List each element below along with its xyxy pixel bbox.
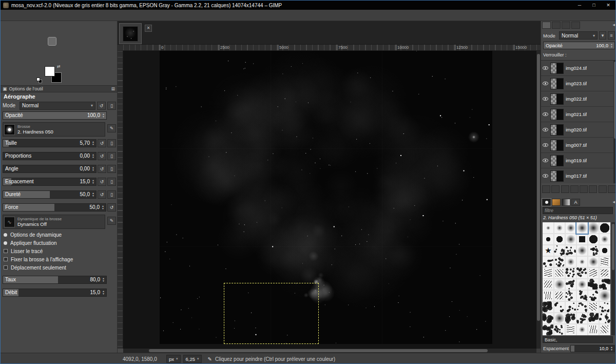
layer-btn-anchor-layer[interactable] bbox=[599, 185, 607, 193]
canvas-viewport[interactable] bbox=[123, 51, 536, 349]
tool-flip[interactable] bbox=[2, 37, 10, 45]
spacing-slider[interactable]: 10,0 bbox=[570, 345, 615, 352]
slider-spinner[interactable] bbox=[91, 152, 95, 160]
vertical-scrollbar[interactable] bbox=[536, 51, 541, 349]
tool-scale[interactable] bbox=[87, 30, 94, 37]
brush-thumbnail[interactable] bbox=[554, 301, 565, 313]
layer-visibility-icon[interactable] bbox=[543, 112, 548, 116]
tool-crop[interactable] bbox=[64, 30, 71, 37]
zoom-dropdown[interactable]: 6,25 bbox=[183, 355, 202, 363]
brush-thumbnail[interactable] bbox=[543, 267, 554, 279]
reset-button[interactable]: ↺ bbox=[107, 203, 116, 212]
tool-clone[interactable] bbox=[25, 30, 33, 37]
link-to-brush-button[interactable]: ▯ bbox=[107, 190, 116, 199]
horizontal-scroll-thumb[interactable] bbox=[149, 349, 488, 352]
layer-menu-button[interactable]: ≡ bbox=[608, 31, 615, 40]
toggle-marker-icon[interactable] bbox=[4, 241, 7, 245]
spacing-spinner[interactable] bbox=[609, 346, 614, 352]
legacy-modes-button[interactable]: ▾ bbox=[599, 31, 606, 40]
slider-spinner[interactable] bbox=[91, 165, 95, 173]
default-colors-icon[interactable] bbox=[36, 78, 40, 81]
image-canvas[interactable] bbox=[160, 51, 492, 344]
menu-calque[interactable] bbox=[38, 14, 45, 17]
tool-airbrush[interactable] bbox=[48, 37, 56, 45]
brush-thumbnail[interactable] bbox=[576, 234, 588, 245]
menu-outils[interactable] bbox=[52, 14, 60, 17]
layer-visibility-icon[interactable] bbox=[543, 66, 548, 70]
toggle-marker-icon[interactable] bbox=[4, 249, 8, 253]
layer-row[interactable]: img021.tif bbox=[541, 107, 613, 122]
brush-thumbnail[interactable] bbox=[576, 267, 588, 279]
tool-color-picker[interactable] bbox=[33, 37, 41, 45]
option-slider[interactable]: Taille 5,70 bbox=[3, 139, 97, 147]
menu-filtres[interactable] bbox=[60, 14, 67, 17]
tool-smudge[interactable] bbox=[48, 30, 56, 37]
brush-thumbnail[interactable] bbox=[554, 324, 565, 335]
mode-switch-button[interactable]: ▯ bbox=[107, 102, 116, 110]
toggle-row[interactable]: Fixer la brosse à l'affichage bbox=[4, 255, 116, 263]
flow-slider[interactable]: Débit 15,0 bbox=[3, 289, 107, 297]
toggle-row[interactable]: Lisser le tracé bbox=[4, 247, 116, 255]
brush-thumbnail[interactable] bbox=[576, 245, 588, 256]
tool-perspective[interactable] bbox=[102, 30, 110, 37]
brush-selector[interactable]: Brosse 2. Hardness 050 bbox=[3, 122, 105, 137]
brushes-configure-icon[interactable]: ◂ bbox=[612, 199, 615, 204]
brush-thumbnail[interactable] bbox=[588, 313, 599, 324]
brush-thumbnail[interactable]: ★ bbox=[543, 245, 554, 256]
brush-thumbnail[interactable] bbox=[543, 222, 554, 234]
brush-thumbnail[interactable] bbox=[554, 313, 565, 324]
brush-thumbnail[interactable] bbox=[588, 290, 599, 301]
menu-aide[interactable] bbox=[81, 14, 88, 17]
menu-couleurs[interactable] bbox=[45, 14, 52, 17]
link-to-brush-button[interactable]: ▯ bbox=[107, 165, 116, 173]
menu-fichier[interactable] bbox=[2, 14, 9, 17]
slider-spinner[interactable] bbox=[101, 204, 105, 211]
brush-thumbnail[interactable] bbox=[554, 256, 565, 267]
brush-thumbnail[interactable] bbox=[565, 245, 576, 256]
tool-rotate[interactable] bbox=[79, 30, 87, 37]
tool-shear[interactable] bbox=[94, 30, 102, 37]
link-to-brush-button[interactable]: ▯ bbox=[107, 152, 116, 160]
opacity-slider[interactable]: Opacité 100,0 bbox=[3, 111, 107, 120]
brush-thumbnail[interactable] bbox=[576, 279, 588, 290]
mode-dropdown[interactable]: Normal bbox=[20, 102, 95, 110]
brush-scroll-thumb[interactable] bbox=[612, 224, 614, 270]
brush-thumbnail[interactable] bbox=[588, 267, 599, 279]
flow-spinner[interactable] bbox=[101, 289, 106, 296]
brush-thumbnail[interactable] bbox=[565, 267, 576, 279]
brush-thumbnail[interactable] bbox=[554, 290, 565, 301]
brush-thumbnail[interactable] bbox=[599, 279, 610, 290]
rate-spinner[interactable] bbox=[101, 276, 106, 283]
option-slider[interactable]: Proportions 0,00 bbox=[3, 152, 97, 160]
layer-row[interactable]: img024.tif bbox=[541, 61, 613, 76]
brush-thumbnail[interactable] bbox=[576, 313, 588, 324]
brush-thumbnail[interactable] bbox=[599, 245, 610, 256]
brush-thumbnail[interactable] bbox=[588, 234, 599, 245]
brush-thumbnail[interactable] bbox=[599, 313, 610, 324]
toggle-marker-icon[interactable] bbox=[4, 265, 8, 270]
brush-thumbnail[interactable] bbox=[588, 324, 599, 335]
rate-slider[interactable]: Taux 80,0 bbox=[3, 276, 107, 284]
layer-row[interactable]: img022.tif bbox=[541, 91, 613, 107]
link-to-brush-button[interactable]: ▯ bbox=[107, 178, 116, 186]
toggle-row[interactable]: Déplacement seulement bbox=[4, 263, 116, 272]
menu-selection[interactable] bbox=[16, 14, 24, 17]
tool-pencil[interactable] bbox=[102, 22, 110, 30]
tool-ellipse-select[interactable] bbox=[25, 22, 33, 30]
layer-btn-new-layer[interactable] bbox=[542, 185, 550, 193]
brush-thumbnail[interactable] bbox=[576, 324, 588, 335]
tool-zoom[interactable] bbox=[56, 37, 64, 45]
tool-measure[interactable] bbox=[41, 37, 48, 45]
dock-tab-undo-history[interactable] bbox=[571, 22, 580, 29]
tool-free-select[interactable] bbox=[33, 22, 41, 30]
option-slider[interactable]: Angle 0,00 bbox=[3, 165, 97, 173]
tool-text[interactable] bbox=[79, 22, 87, 30]
brush-thumbnail[interactable] bbox=[599, 256, 610, 267]
brush-thumbnail[interactable] bbox=[565, 279, 576, 290]
layer-visibility-icon[interactable] bbox=[543, 97, 548, 101]
fonts-tab-icon[interactable]: A bbox=[571, 199, 580, 206]
mode-reset-button[interactable]: ↺ bbox=[97, 102, 106, 110]
minimize-button[interactable]: ─ bbox=[572, 1, 587, 10]
tool-move[interactable] bbox=[2, 22, 10, 30]
dock-tab-channels[interactable] bbox=[552, 22, 561, 29]
